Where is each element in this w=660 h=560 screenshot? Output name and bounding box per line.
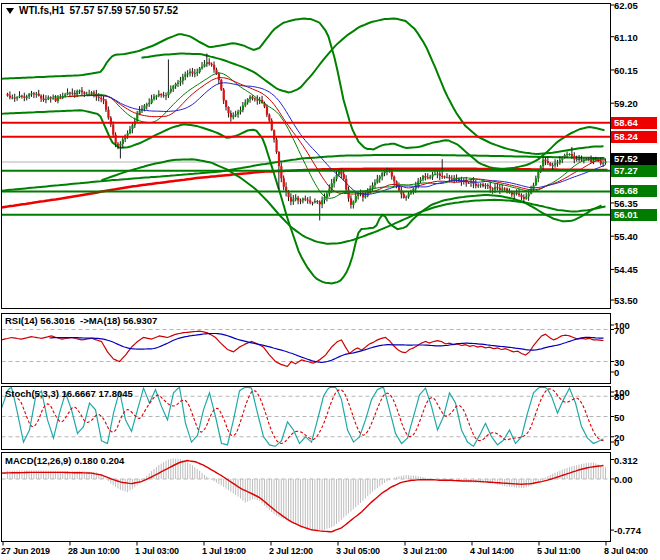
price-tick-label: 59.20 (614, 98, 638, 109)
time-axis-label: 5 Jul 11:00 (537, 546, 580, 557)
time-axis-label: 1 Jul 19:00 (202, 546, 246, 557)
rsi-tick-label: 0 (614, 367, 619, 378)
stoch-tick-label: 0 (614, 437, 619, 448)
time-axis-label: 4 Jul 14:00 (470, 546, 514, 557)
macd-indicator-label: MACD(12,26,9) 0.180 0.204 (5, 455, 124, 466)
price-badge-58.24: 58.24 (611, 131, 657, 143)
price-tick-label: 56.35 (614, 198, 638, 209)
price-badge-56.01: 56.01 (611, 209, 657, 221)
price-badge-58.64: 58.64 (611, 117, 657, 129)
macd-tick-label: 0.312 (614, 455, 638, 466)
time-axis-label: 8 Jul 04:00 (604, 546, 648, 557)
time-axis-label: 3 Jul 05:00 (336, 546, 380, 557)
stoch-indicator-label: Stoch(5,3,3) 16.6667 17.8045 (5, 388, 133, 399)
time-axis-label: 3 Jul 21:00 (403, 546, 447, 557)
time-axis-label: 1 Jul 03:00 (135, 546, 179, 557)
price-tick-label: 55.40 (614, 231, 638, 242)
stoch-tick-label: 50 (614, 412, 625, 423)
stoch-tick-label: 80 (614, 391, 625, 402)
price-tick-label: 54.45 (614, 264, 638, 275)
rsi-tick-label: 30 (614, 357, 625, 368)
price-badge-57.27: 57.27 (611, 165, 657, 177)
ohlc-readout: 57.57 57.59 57.50 57.52 (70, 5, 178, 16)
price-badge-57.52: 57.52 (611, 153, 657, 165)
trading-chart-window: WTI.fs,H1 57.57 57.59 57.50 57.52 RSI(14… (0, 0, 660, 560)
time-axis-label: 28 Jun 10:00 (68, 546, 120, 557)
symbol-title: WTI.fs,H1 57.57 57.59 57.50 57.52 (6, 5, 178, 16)
price-tick-label: 62.05 (614, 0, 638, 11)
symbol-name: WTI.fs,H1 (19, 5, 65, 16)
chevron-down-icon[interactable] (6, 8, 14, 14)
price-tick-label: 60.15 (614, 65, 638, 76)
rsi-tick-label: 70 (614, 325, 625, 336)
macd-tick-label: -0.774 (614, 525, 641, 536)
chart-canvas[interactable] (0, 0, 660, 560)
rsi-indicator-label: RSI(14) 56.3016 ->MA(18) 56.9307 (5, 315, 157, 326)
macd-tick-label: 0.00 (614, 474, 633, 485)
price-tick-label: 53.50 (614, 295, 638, 306)
time-axis-label: 2 Jul 12:00 (269, 546, 313, 557)
time-axis-label: 27 Jun 2019 (1, 546, 50, 557)
price-badge-56.68: 56.68 (611, 185, 657, 197)
price-tick-label: 61.10 (614, 32, 638, 43)
